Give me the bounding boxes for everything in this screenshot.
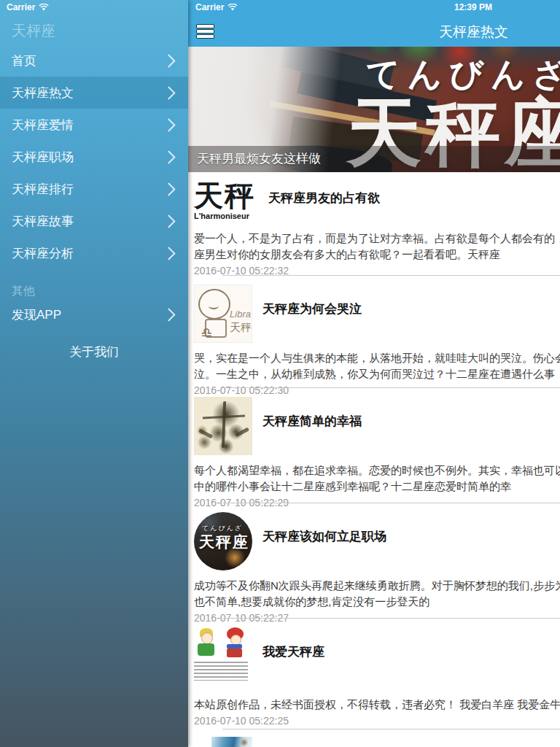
article-thumbnail-next [211, 737, 252, 747]
article-row[interactable]: 天秤座简单的幸福 每个人都渴望幸福，都在追求幸福。恋爱的时候也不例外。其实，幸福… [188, 388, 560, 503]
hero-furigana-text: てんびんざ [366, 57, 560, 90]
sidebar-item-label: 天枰座排行 [12, 181, 74, 198]
sidebar-item-label: 天枰座爱情 [12, 117, 74, 133]
about-us-link[interactable]: 关于我们 [0, 344, 188, 358]
article-title: 我爱天秤座 [262, 643, 324, 681]
sidebar-item-label: 首页 [12, 53, 36, 69]
wifi-icon [39, 4, 49, 11]
sidebar-item-home[interactable]: 首页 [0, 44, 188, 77]
sidebar-item-label: 发现APP [12, 306, 61, 323]
navigation-bar: 天枰座热文 [188, 15, 560, 47]
article-row[interactable]: 天秤 L'harmoniseur 天秤座男友的占有欲 爱一个人，不是为了占有，而… [188, 172, 560, 276]
sidebar-item-label: 天枰座职场 [12, 149, 74, 166]
article-thumbnail-ink-scales [194, 397, 252, 455]
sidebar-menu: 首页 天枰座热文 天枰座爱情 天枰座职场 天枰座排行 天枰座故事 [0, 44, 188, 269]
sidebar-item-analysis[interactable]: 天枰座分析 [0, 237, 188, 269]
article-summary: 爱一个人，不是为了占有，而是为了让对方幸福。占有欲是每个人都会有的，因为在乎想 … [194, 231, 560, 263]
sidebar-item-stories[interactable]: 天枰座故事 [0, 205, 188, 237]
article-title: 天秤座为何会哭泣 [262, 301, 362, 343]
carrier-label: Carrier [7, 2, 35, 12]
article-thumbnail-libra-cartoon: ♎ Libra 天秤 [194, 285, 252, 343]
chevron-right-icon [162, 214, 175, 228]
sidebar-status-bar: Carrier [0, 0, 188, 15]
article-row-partial[interactable] [188, 729, 560, 747]
sidebar-item-career[interactable]: 天枰座职场 [0, 141, 188, 173]
article-summary: 成功等不及你翻N次跟头再爬起来继续勇敢折腾。对于胸怀梦想的我们,步步为营才是职场… [194, 578, 560, 610]
article-summary: 每个人都渴望幸福，都在追求幸福。恋爱的时候也不例外。其实，幸福也可以很简单，简 … [194, 462, 560, 495]
hero-banner[interactable]: てんびんざ 天秤座 天秤男最烦女友这样做 [188, 47, 560, 172]
thumb-logo-subtext: L'harmoniseur [194, 212, 258, 220]
article-thumbnail-round-photo: てんびんざ 天秤座 [194, 512, 252, 570]
status-bar: Carrier 12:39 PM [188, 0, 560, 15]
article-title: 天秤座该如何立足职场 [262, 528, 386, 570]
chevron-right-icon [162, 182, 175, 196]
sidebar-item-discover-app[interactable]: 发现APP [0, 298, 188, 330]
carrier-label: Carrier [195, 2, 224, 12]
clock: 12:39 PM [454, 2, 492, 12]
content-panel: Carrier 12:39 PM 天枰座热文 [188, 0, 560, 747]
sidebar-item-hot-articles[interactable]: 天枰座热文 [0, 77, 188, 109]
sidebar-item-label: 天枰座分析 [12, 245, 74, 262]
article-date: 2016-07-10 05:22:25 [194, 715, 560, 727]
article-row[interactable]: てんびんざ 天秤座 天秤座该如何立足职场 成功等不及你翻N次跟头再爬起来继续勇敢… [188, 503, 560, 619]
hero-caption: 天秤男最烦女友这样做 [188, 146, 560, 172]
wifi-icon [228, 4, 238, 11]
thumb-logo-text: 天秤 [194, 181, 258, 212]
sidebar-item-label: 天枰座热文 [12, 85, 74, 101]
carrier-status: Carrier [195, 2, 238, 12]
sidebar-item-ranking[interactable]: 天枰座排行 [0, 173, 188, 205]
article-row[interactable]: 我爱天秤座 本站原创作品，未经书面授权，不得转载，违者必究！ 我爱白羊座 我爱金… [188, 619, 560, 729]
article-thumbnail-cartoon-couple [194, 627, 252, 681]
chevron-right-icon [162, 54, 175, 67]
page-title: 天枰座热文 [439, 23, 508, 42]
article-summary: 哭，实在是一个人与生俱来的本能，从落地开始，就哇哇大叫的哭泣。伤心会哭，烦躁会 … [194, 350, 560, 382]
chevron-right-icon [162, 247, 175, 260]
article-title: 天秤座男友的占有欲 [268, 190, 380, 223]
sidebar-item-love[interactable]: 天枰座爱情 [0, 109, 188, 141]
sidebar-item-label: 天枰座故事 [12, 213, 74, 230]
article-thumbnail-tianping-logo: 天秤 L'harmoniseur [194, 181, 258, 223]
chevron-right-icon [162, 86, 175, 99]
article-row[interactable]: ♎ Libra 天秤 天秤座为何会哭泣 哭，实在是一个人与生俱来的本能，从落地开… [188, 276, 560, 388]
article-summary: 本站原创作品，未经书面授权，不得转载，违者必究！ 我爱白羊座 我爱金牛座我爱双子 [194, 697, 560, 713]
sidebar-title: 天枰座 [12, 21, 188, 41]
sidebar: Carrier 天枰座 首页 天枰座热文 天枰座爱情 天枰座职场 [0, 0, 188, 747]
app-screen: Carrier 天枰座 首页 天枰座热文 天枰座爱情 天枰座职场 [0, 0, 560, 747]
article-title: 天秤座简单的幸福 [262, 413, 362, 455]
hamburger-icon [196, 24, 214, 28]
chevron-right-icon [162, 118, 175, 131]
menu-button[interactable] [196, 24, 214, 39]
sidebar-section-other: 其他 [12, 284, 176, 298]
libra-symbol: ♎ [201, 325, 212, 341]
article-list: 天秤 L'harmoniseur 天秤座男友的占有欲 爱一个人，不是为了占有，而… [188, 172, 560, 747]
chevron-right-icon [162, 308, 175, 321]
chevron-right-icon [162, 150, 175, 163]
thumb-caption-lines [194, 662, 248, 681]
